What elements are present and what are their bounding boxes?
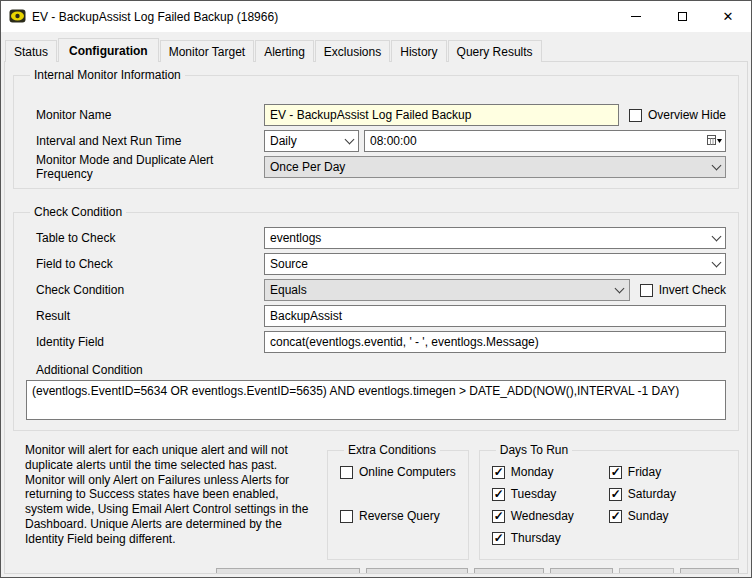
table-to-check-label: Table to Check [26, 231, 264, 245]
result-row: Result BackupAssist [26, 305, 726, 327]
check-condition-combo[interactable]: Equals [264, 279, 630, 301]
save-button[interactable]: Save [619, 568, 674, 574]
interval-row: Interval and Next Run Time Daily 08:00:0… [26, 130, 726, 152]
day-sunday-checkbox[interactable]: Sunday [609, 505, 726, 527]
additional-condition-textarea[interactable]: (eventlogs.EventID=5634 OR eventlogs.Eve… [26, 380, 726, 420]
identity-field-row: Identity Field concat(eventlogs.eventid,… [26, 331, 726, 353]
interval-label: Interval and Next Run Time [26, 134, 264, 148]
refresh-button[interactable]: Refresh [474, 568, 544, 574]
result-label: Result [26, 309, 264, 323]
day-sunday-checkbox-box[interactable] [609, 510, 622, 523]
close-dialog-button[interactable]: Close [680, 568, 739, 574]
minimize-icon [631, 16, 641, 17]
chevron-down-icon [707, 165, 725, 169]
tab-monitor-target[interactable]: Monitor Target [160, 40, 254, 62]
additional-condition-block: Additional Condition (eventlogs.EventID=… [26, 363, 726, 420]
day-saturday-checkbox-box[interactable] [609, 488, 622, 501]
tab-query-results[interactable]: Query Results [448, 40, 542, 62]
overview-hide-label: Overview Hide [648, 108, 726, 122]
monitor-name-row: Monitor Name EV - BackupAssist Log Faile… [26, 104, 726, 126]
close-icon: ✕ [723, 10, 734, 23]
chevron-down-icon [611, 288, 629, 292]
field-to-check-row: Field to Check Source [26, 253, 726, 275]
day-tuesday-checkbox-box[interactable] [492, 488, 505, 501]
day-tuesday-checkbox[interactable]: Tuesday [492, 483, 609, 505]
extra-conditions-group: Extra Conditions Online Computers Revers… [327, 443, 469, 560]
field-to-check-label: Field to Check [26, 257, 264, 271]
day-friday-checkbox-box[interactable] [609, 466, 622, 479]
reverse-query-checkbox[interactable]: Reverse Query [340, 509, 456, 523]
configuration-tab-page: Internal Monitor Information Monitor Nam… [4, 61, 748, 574]
window-title: EV - BackupAssist Log Failed Backup (189… [32, 10, 278, 24]
day-wednesday-label: Wednesday [511, 509, 574, 523]
invert-check-checkbox-box[interactable] [640, 284, 653, 297]
maximize-icon [678, 12, 687, 21]
online-computers-checkbox[interactable]: Online Computers [340, 465, 456, 479]
titlebar: EV - BackupAssist Log Failed Backup (189… [1, 1, 751, 32]
reset-monitor-button[interactable]: Reset Monitor [366, 568, 469, 574]
tab-status[interactable]: Status [5, 40, 57, 62]
day-tuesday-label: Tuesday [511, 487, 557, 501]
day-thursday-checkbox-box[interactable] [492, 532, 505, 545]
result-input[interactable]: BackupAssist [264, 305, 726, 327]
internal-monitor-group: Internal Monitor Information Monitor Nam… [13, 68, 739, 189]
monitor-name-input[interactable]: EV - BackupAssist Log Failed Backup [264, 104, 619, 126]
day-sunday-label: Sunday [628, 509, 669, 523]
chevron-down-icon [707, 236, 725, 240]
day-saturday-checkbox[interactable]: Saturday [609, 483, 726, 505]
day-friday-checkbox[interactable]: Friday [609, 461, 726, 483]
identity-field-input[interactable]: concat(eventlogs.eventid, ' - ', eventlo… [264, 331, 726, 353]
chevron-down-icon [707, 262, 725, 266]
day-monday-checkbox[interactable]: Monday [492, 461, 609, 483]
overview-hide-checkbox-box[interactable] [629, 109, 642, 122]
minimize-button[interactable] [613, 1, 659, 32]
build-and-view-query-button[interactable]: Build and View Query [216, 568, 359, 574]
monitor-mode-combo[interactable]: Once Per Day [264, 156, 726, 178]
dialog-window: EV - BackupAssist Log Failed Backup (189… [0, 0, 752, 578]
field-to-check-combo[interactable]: Source [264, 253, 726, 275]
days-to-run-group-title: Days To Run [496, 443, 572, 457]
table-to-check-combo[interactable]: eventlogs [264, 227, 726, 249]
next-run-time-input[interactable]: 08:00:00 [364, 130, 726, 152]
day-thursday-label: Thursday [511, 531, 561, 545]
check-condition-row: Check Condition Equals Invert Check [26, 279, 726, 301]
tab-history[interactable]: History [391, 40, 446, 62]
interval-combo[interactable]: Daily [264, 130, 359, 152]
day-wednesday-checkbox[interactable]: Wednesday [492, 505, 609, 527]
day-saturday-label: Saturday [628, 487, 676, 501]
online-computers-label: Online Computers [359, 465, 456, 479]
online-computers-checkbox-box[interactable] [340, 466, 353, 479]
calendar-dropdown-icon [707, 135, 722, 147]
extra-conditions-group-title: Extra Conditions [344, 443, 440, 457]
identity-field-label: Identity Field [26, 335, 264, 349]
tab-alerting[interactable]: Alerting [255, 40, 314, 62]
monitor-name-label: Monitor Name [26, 108, 264, 122]
check-condition-group-title: Check Condition [30, 205, 126, 219]
day-monday-checkbox-box[interactable] [492, 466, 505, 479]
invert-check-label: Invert Check [659, 283, 726, 297]
maximize-button[interactable] [659, 1, 705, 32]
day-monday-label: Monday [511, 465, 554, 479]
reverse-query-checkbox-box[interactable] [340, 510, 353, 523]
internal-monitor-group-title: Internal Monitor Information [30, 68, 185, 82]
datetime-picker-button[interactable] [703, 131, 725, 151]
close-button[interactable]: ✕ [705, 1, 751, 32]
footer-button-bar: Build and View Query Reset Monitor Refre… [13, 560, 739, 574]
day-wednesday-checkbox-box[interactable] [492, 510, 505, 523]
app-icon [9, 8, 26, 25]
check-condition-group: Check Condition Table to Check eventlogs… [13, 205, 739, 431]
window-controls: ✕ [613, 1, 751, 32]
tab-configuration[interactable]: Configuration [58, 38, 159, 62]
overview-hide-checkbox[interactable]: Overview Hide [629, 108, 726, 122]
export-button[interactable]: Export [550, 568, 613, 574]
table-to-check-row: Table to Check eventlogs [26, 227, 726, 249]
monitor-mode-row: Monitor Mode and Duplicate Alert Frequen… [26, 156, 726, 178]
day-friday-label: Friday [628, 465, 661, 479]
day-thursday-checkbox[interactable]: Thursday [492, 527, 609, 549]
additional-condition-label: Additional Condition [26, 363, 726, 377]
invert-check-checkbox[interactable]: Invert Check [640, 283, 726, 297]
tab-exclusions[interactable]: Exclusions [315, 40, 390, 62]
chevron-down-icon [340, 139, 358, 143]
tab-strip: Status Configuration Monitor Target Aler… [1, 32, 751, 61]
check-condition-label: Check Condition [26, 283, 264, 297]
